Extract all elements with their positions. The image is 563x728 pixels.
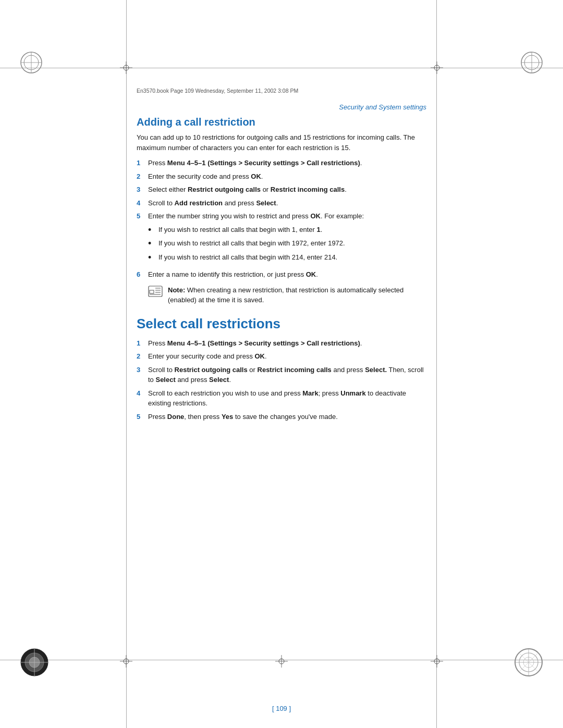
crosshair-top-right [431, 61, 443, 74]
crosshair-top-left [120, 61, 132, 74]
s2-step-2-content: Enter your security code and press OK. [148, 351, 426, 362]
s2-step-1: 1 Press Menu 4–5–1 (Settings > Security … [137, 338, 426, 349]
corner-deco-tr [519, 50, 544, 75]
bullet-3-text: If you wish to restrict all calls that b… [158, 252, 337, 263]
s2-step-3-bold2: Restrict incoming calls [258, 366, 332, 374]
step-1-num: 1 [137, 158, 148, 168]
s2-step-5-bold2: Yes [222, 413, 233, 421]
trim-line-top [0, 68, 563, 68]
s2-step-2-num: 2 [137, 351, 148, 362]
step-3-bold1: Restrict outgoing calls [188, 186, 261, 193]
section2-steps: 1 Press Menu 4–5–1 (Settings > Security … [137, 338, 426, 422]
s2-step-4-bold2: Unmark [340, 389, 365, 397]
page: En3570.book Page 109 Wednesday, Septembe… [0, 0, 563, 728]
crosshair-bottom-center [275, 655, 288, 668]
s2-step-3-content: Scroll to Restrict outgoing calls or Res… [148, 365, 426, 385]
crosshair-bottom-right [431, 655, 443, 668]
section2-heading: Select call restrictions [137, 316, 426, 332]
s2-step-4-num: 4 [137, 388, 148, 399]
step-6-num: 6 [137, 269, 148, 280]
section1-steps: 1 Press Menu 4–5–1 (Settings > Security … [137, 158, 426, 280]
s2-step-2: 2 Enter your security code and press OK. [137, 351, 426, 362]
section1-heading: Adding a call restriction [137, 116, 426, 128]
corner-deco-br [513, 647, 544, 678]
step-4: 4 Scroll to Add restriction and press Se… [137, 198, 426, 208]
page-number: [ 109 ] [272, 705, 291, 712]
step-3: 3 Select either Restrict outgoing calls … [137, 184, 426, 195]
s2-step-3-bold1: Restrict outgoing calls [175, 366, 248, 374]
note-body: When creating a new restriction, that re… [168, 286, 403, 304]
trim-line-left [126, 0, 127, 728]
step-3-bold2: Restrict incoming calls [271, 186, 345, 193]
note-box: Note: When creating a new restriction, t… [148, 285, 426, 305]
crosshair-bottom-left [120, 655, 132, 668]
step-1-content: Press Menu 4–5–1 (Settings > Security se… [148, 158, 426, 168]
header-meta: En3570.book Page 109 Wednesday, Septembe… [137, 88, 426, 94]
bullet-3-dot: • [148, 252, 158, 264]
step-4-bold1: Add restriction [175, 199, 223, 207]
content-area: En3570.book Page 109 Wednesday, Septembe… [137, 88, 426, 652]
s2-step-4: 4 Scroll to each restriction you wish to… [137, 388, 426, 409]
bullet-1-text: If you wish to restrict all calls that b… [158, 225, 322, 235]
step-5: 5 Enter the number string you wish to re… [137, 211, 426, 266]
s2-step-4-content: Scroll to each restriction you wish to u… [148, 388, 426, 409]
bullet-3: • If you wish to restrict all calls that… [148, 252, 426, 264]
s2-step-2-bold: OK [255, 352, 265, 360]
step-2-content: Enter the security code and press OK. [148, 171, 426, 182]
s2-step-3-bold4: Select [155, 376, 175, 384]
step-6: 6 Enter a name to identify this restrict… [137, 269, 426, 280]
s2-step-3-num: 3 [137, 365, 148, 375]
s2-step-1-content: Press Menu 4–5–1 (Settings > Security se… [148, 338, 426, 349]
step-2-bold: OK [251, 172, 261, 180]
trim-line-right [436, 0, 437, 728]
svg-rect-35 [149, 286, 162, 297]
s2-step-1-bold: Menu 4–5–1 (Settings > Security settings… [167, 339, 360, 347]
s2-step-5-bold1: Done [167, 413, 185, 421]
note-text: Note: When creating a new restriction, t… [168, 285, 426, 305]
step-5-bold1: OK [310, 212, 321, 220]
s2-step-3-bold3: Select. [365, 366, 387, 374]
bullet-1-dot: • [148, 225, 158, 236]
s2-step-3: 3 Scroll to Restrict outgoing calls or R… [137, 365, 426, 385]
step-1-bold: Menu 4–5–1 (Settings > Security settings… [167, 159, 360, 167]
step-5-num: 5 [137, 211, 148, 221]
bullet-2: • If you wish to restrict all calls that… [148, 238, 426, 250]
note-icon [148, 286, 163, 297]
section-label: Security and System settings [137, 103, 426, 111]
s2-step-5-content: Press Done, then press Yes to save the c… [148, 412, 426, 422]
s2-step-3-bold5: Select [209, 376, 229, 384]
step-5-bullets: • If you wish to restrict all calls that… [148, 225, 426, 264]
section1-intro: You can add up to 10 restrictions for ou… [137, 132, 426, 153]
step-2-num: 2 [137, 171, 148, 182]
note-bold-label: Note: [168, 286, 185, 294]
bullet-2-dot: • [148, 238, 158, 250]
step-5-content: Enter the number string you wish to rest… [148, 211, 426, 266]
s2-step-5-num: 5 [137, 412, 148, 422]
step-6-content: Enter a name to identify this restrictio… [148, 269, 426, 280]
step-2: 2 Enter the security code and press OK. [137, 171, 426, 182]
s2-step-1-num: 1 [137, 338, 148, 349]
svg-rect-36 [150, 290, 154, 293]
step-4-content: Scroll to Add restriction and press Sele… [148, 198, 426, 208]
step-1: 1 Press Menu 4–5–1 (Settings > Security … [137, 158, 426, 168]
s2-step-4-bold1: Mark [302, 389, 318, 397]
step-3-content: Select either Restrict outgoing calls or… [148, 184, 426, 195]
s2-step-5: 5 Press Done, then press Yes to save the… [137, 412, 426, 422]
bullet-1: • If you wish to restrict all calls that… [148, 225, 426, 236]
step-6-bold1: OK [306, 270, 316, 278]
corner-deco-tl [19, 50, 44, 75]
step-4-num: 4 [137, 198, 148, 208]
corner-deco-bl [19, 647, 50, 678]
step-3-num: 3 [137, 184, 148, 195]
step-4-bold2: Select [256, 199, 276, 207]
bullet-2-text: If you wish to restrict all calls that b… [158, 238, 345, 249]
